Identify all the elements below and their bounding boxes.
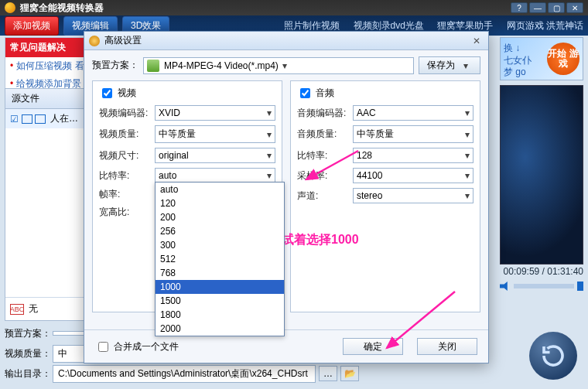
subtitle-status: 无 [29,302,38,316]
output-path[interactable]: C:\Documents and Settings\Administrator\… [53,365,316,383]
audio-encoder-select[interactable]: AAC▾ [353,105,473,121]
video-size-select[interactable]: original▾ [155,148,275,163]
bitrate-option[interactable]: 120 [156,196,284,210]
banner-text: 换 ↓ 七女仆 梦 go [504,43,532,79]
format-icon [147,60,159,72]
preview-frame [501,86,583,264]
gear-icon [89,36,100,46]
audio-bitrate-select[interactable]: 128▾ [353,148,473,163]
bitrate-option[interactable]: 1500 [156,294,284,308]
audio-quality-select[interactable]: 中等质量▾ [353,125,473,143]
bitrate-option[interactable]: 300 [156,238,284,252]
audio-encoder-label: 音频编码器: [297,107,353,120]
audio-bitrate-label: 比特率: [297,149,353,162]
audio-sample-select[interactable]: 44100▾ [353,168,473,183]
video-preview [500,85,583,264]
bitrate-option[interactable]: 200 [156,210,284,224]
dialog-title: 高级设置 [104,34,142,47]
banner-start-button[interactable]: 开始 游戏 [547,43,579,75]
audio-settings-group: 音频 音频编码器: AAC▾ 音频质量: 中等质量▾ 比特率: 128▾ 采样率… [290,80,480,312]
video-fps-label: 帧率: [99,188,155,201]
video-quality-select[interactable]: 中等质量▾ [155,125,275,143]
video-size-label: 视频尺寸: [99,149,155,162]
output-row: 输出目录： C:\Documents and Settings\Administ… [5,364,407,383]
cancel-button[interactable]: 关闭 [417,338,477,355]
file-type-icons [22,114,46,124]
audio-channel-label: 声道: [297,189,353,203]
audio-enable-checkbox[interactable] [300,88,310,98]
bitrate-option[interactable]: 256 [156,224,284,238]
ok-button[interactable]: 确定 [343,338,403,355]
convert-button[interactable] [529,332,577,380]
video-encoder-select[interactable]: XVID▾ [155,105,275,121]
link-web-game[interactable]: 网页游戏 洪荒神话 [507,20,583,31]
video-enable-checkbox[interactable] [102,88,112,98]
preset-scheme-row: 预置方案： MP4-MPEG-4 Video(*.mp4) ▾ 保存为▾ [84,50,488,80]
link-apple-helper[interactable]: 狸窝苹果助手 [437,20,493,31]
app-title: 狸窝全能视频转换器 [20,2,104,15]
bitrate-option[interactable]: 1800 [156,308,284,322]
link-dvd-burn[interactable]: 视频刻录dvd光盘 [354,20,424,31]
promo-banner[interactable]: 换 ↓ 七女仆 梦 go 开始 游戏 [500,37,583,80]
file-name: 人在… [50,112,78,125]
chevron-down-icon: ▾ [279,60,291,71]
volume-thumb[interactable] [577,282,583,291]
app-titlebar: 狸窝全能视频转换器 ? — ▢ ✕ [0,0,588,15]
preset-label: 预置方案： [5,327,53,340]
scheme-value: MP4-MPEG-4 Video(*.mp4) [164,60,279,71]
promo-links: 照片制作视频 视频刻录dvd光盘 狸窝苹果助手 网页游戏 洪荒神话 [273,19,583,32]
video-bitrate-select[interactable]: auto▾ [155,168,275,183]
audio-sample-label: 采样率: [297,169,353,183]
video-bitrate-label: 比特率: [99,169,155,183]
speaker-icon[interactable] [500,282,511,291]
bitrate-option[interactable]: auto [156,183,284,196]
video-settings-group: 视频 视频编码器: XVID▾ 视频质量: 中等质量▾ 视频尺寸: origin… [92,80,282,312]
video-group-title: 视频 [118,87,136,100]
close-button[interactable]: ✕ [566,2,583,13]
video-encoder-label: 视频编码器: [99,107,155,120]
bitrate-dropdown-list[interactable]: auto1202002563005127681000150018002000 [155,182,285,336]
minimize-button[interactable]: — [529,2,546,13]
volume-bar [500,282,583,291]
quality-label: 视频质量： [5,347,53,360]
subtitle-icon: ABC [10,304,24,315]
bitrate-option[interactable]: 2000 [156,322,284,336]
browse-button[interactable]: … [319,366,337,381]
merge-checkbox[interactable] [98,342,108,352]
advanced-settings-dialog: 高级设置 ✕ 预置方案： MP4-MPEG-4 Video(*.mp4) ▾ 保… [84,31,489,363]
app-logo-icon [5,2,15,13]
scheme-label: 预置方案： [92,59,138,72]
link-photo-video[interactable]: 照片制作视频 [284,20,340,31]
dialog-close-button[interactable]: ✕ [470,35,484,47]
output-label: 输出目录： [5,367,53,380]
time-display: 00:09:59 / 01:31:40 [500,266,583,277]
audio-group-title: 音频 [316,87,334,100]
scheme-select[interactable]: MP4-MPEG-4 Video(*.mp4) ▾ [143,57,414,74]
refresh-icon [539,342,567,370]
bitrate-option[interactable]: 512 [156,252,284,266]
video-aspect-label: 宽高比: [99,206,155,219]
check-icon: ☑ [10,114,19,125]
bitrate-option[interactable]: 1000 [156,280,284,294]
volume-track[interactable] [514,284,574,288]
audio-quality-label: 音频质量: [297,128,353,141]
merge-checkbox-row: 合并成一个文件 [95,340,179,354]
bitrate-option[interactable]: 768 [156,266,284,280]
video-quality-label: 视频质量: [99,128,155,141]
help-button[interactable]: ? [511,2,528,13]
merge-label: 合并成一个文件 [114,340,179,353]
dialog-footer: 合并成一个文件 确定 关闭 [84,329,488,363]
save-as-button[interactable]: 保存为▾ [419,56,480,74]
maximize-button[interactable]: ▢ [548,2,565,13]
tab-add-video[interactable]: 添加视频 [5,16,59,36]
open-folder-button[interactable]: 📂 [340,366,359,381]
dialog-titlebar: 高级设置 ✕ [84,32,488,50]
audio-channel-select[interactable]: stereo▾ [353,188,473,203]
